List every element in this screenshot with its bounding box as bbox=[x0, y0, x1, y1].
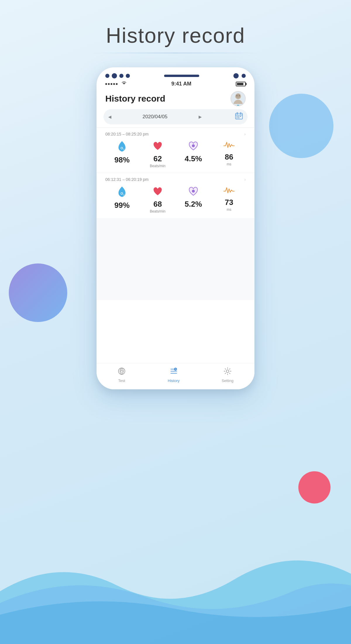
date-next-button[interactable]: ▶ bbox=[199, 114, 202, 119]
signal-dot-4 bbox=[113, 83, 115, 85]
metric-o2-1: O 2 98% bbox=[105, 141, 139, 168]
bg-decoration-bottom-right bbox=[298, 471, 331, 503]
bg-decoration-mid-left bbox=[9, 263, 67, 322]
signal-dot-3 bbox=[111, 83, 112, 85]
wave-icon-2 bbox=[223, 186, 235, 196]
battery-fill bbox=[237, 83, 243, 85]
record-header-1: 08:20:15 – 08:25:20 pm › bbox=[105, 132, 246, 136]
wave-decoration bbox=[0, 533, 351, 644]
o2-value-1: 98% bbox=[114, 155, 130, 165]
metric-wave-1: 86 ms bbox=[212, 141, 246, 168]
svg-point-2 bbox=[237, 95, 238, 96]
history-icon bbox=[170, 367, 178, 377]
signal-dot-1 bbox=[105, 83, 107, 85]
hrv-icon-1 bbox=[188, 141, 199, 153]
record-time-1: 08:20:15 – 08:25:20 pm bbox=[105, 132, 149, 136]
metric-wave-2: 73 ms bbox=[212, 186, 246, 213]
dot-4 bbox=[126, 74, 130, 78]
signal-bars bbox=[105, 83, 118, 85]
nav-item-setting[interactable]: Setting bbox=[222, 367, 233, 383]
signal-area bbox=[105, 81, 127, 87]
dot-6 bbox=[242, 74, 246, 78]
empty-content-area bbox=[97, 218, 254, 300]
svg-point-25 bbox=[226, 370, 229, 372]
title-underline bbox=[88, 53, 263, 53]
phone-dots-right bbox=[233, 73, 246, 78]
metric-hrv-1: 4.5% bbox=[177, 141, 210, 168]
o2-icon-2: O 2 bbox=[117, 186, 127, 199]
svg-text:2: 2 bbox=[123, 193, 125, 196]
signal-dot-2 bbox=[108, 83, 110, 85]
dot-5 bbox=[233, 73, 239, 78]
phone-notch-bar bbox=[97, 67, 254, 78]
dot-3 bbox=[119, 74, 123, 78]
status-time: 9:41 AM bbox=[171, 81, 191, 87]
wave-icon-1 bbox=[223, 141, 235, 151]
svg-point-3 bbox=[239, 95, 240, 96]
record-item-1[interactable]: 08:20:15 – 08:25:20 pm › O 2 98% bbox=[97, 127, 254, 173]
wave-value-1: 86 bbox=[225, 153, 233, 162]
signal-dot-5 bbox=[116, 83, 118, 85]
nav-item-history[interactable]: History bbox=[168, 367, 180, 383]
status-bar: 9:41 AM bbox=[97, 78, 254, 87]
svg-rect-10 bbox=[240, 116, 241, 117]
date-prev-button[interactable]: ◀ bbox=[108, 114, 111, 119]
svg-rect-9 bbox=[238, 116, 239, 117]
hrv-icon-2 bbox=[188, 186, 199, 198]
record-nav-arrow-2: › bbox=[244, 177, 246, 182]
o2-value-2: 99% bbox=[114, 201, 130, 210]
svg-point-15 bbox=[192, 144, 195, 147]
avatar-dropdown-arrow: ▼ bbox=[236, 103, 240, 106]
heart-unit-2: Beats/min bbox=[150, 209, 165, 213]
phone-container: 9:41 AM History record ▼ ◀ bbox=[97, 67, 254, 389]
record-item-2[interactable]: 06:12:31 – 06:20:19 pm › O 2 99% bbox=[97, 173, 254, 218]
metric-heart-1: 62 Beats/min bbox=[141, 141, 174, 168]
o2-icon-1: O 2 bbox=[117, 141, 127, 154]
wave-value-2: 73 bbox=[225, 198, 233, 207]
app-title: History record bbox=[105, 94, 165, 104]
record-header-2: 06:12:31 – 06:20:19 pm › bbox=[105, 177, 246, 182]
svg-point-1 bbox=[236, 94, 240, 98]
heart-icon-2 bbox=[152, 186, 163, 198]
date-display: 2020/04/05 bbox=[142, 114, 167, 120]
setting-label: Setting bbox=[222, 378, 233, 383]
svg-point-18 bbox=[192, 190, 195, 193]
heart-value-1: 62 bbox=[154, 154, 162, 163]
heart-icon-1 bbox=[152, 141, 163, 153]
bg-decoration-top-right bbox=[269, 94, 333, 158]
heart-unit-1: Beats/min bbox=[150, 164, 165, 168]
page-title: History record bbox=[0, 0, 351, 47]
nav-item-test[interactable]: Test bbox=[118, 367, 126, 383]
wifi-icon bbox=[121, 81, 127, 87]
test-label: Test bbox=[118, 378, 125, 383]
wave-unit-1: ms bbox=[227, 162, 231, 166]
dot-1 bbox=[105, 74, 109, 78]
svg-rect-11 bbox=[237, 117, 238, 118]
svg-text:2: 2 bbox=[123, 148, 125, 151]
hrv-value-2: 5.2% bbox=[185, 200, 202, 209]
avatar[interactable]: ▼ bbox=[230, 91, 246, 106]
phone-frame: 9:41 AM History record ▼ ◀ bbox=[97, 67, 254, 389]
calendar-icon[interactable] bbox=[235, 112, 243, 121]
record-time-2: 06:12:31 – 06:20:19 pm bbox=[105, 177, 149, 182]
record-metrics-1: O 2 98% 62 Beats/min bbox=[105, 141, 246, 168]
battery-icon bbox=[236, 82, 246, 86]
heart-value-2: 68 bbox=[154, 200, 162, 209]
hrv-value-1: 4.5% bbox=[185, 154, 202, 163]
setting-icon bbox=[223, 367, 232, 377]
svg-rect-8 bbox=[237, 116, 238, 117]
test-icon bbox=[118, 367, 126, 377]
metric-hrv-2: 5.2% bbox=[177, 186, 210, 213]
bottom-nav: Test History bbox=[97, 363, 254, 389]
record-nav-arrow-1: › bbox=[244, 132, 246, 136]
date-selector[interactable]: ◀ 2020/04/05 ▶ bbox=[104, 109, 247, 124]
wave-unit-2: ms bbox=[227, 208, 231, 212]
dot-2 bbox=[112, 73, 117, 78]
metric-o2-2: O 2 99% bbox=[105, 186, 139, 213]
svg-rect-12 bbox=[238, 117, 239, 118]
history-label: History bbox=[168, 378, 180, 383]
svg-text:O: O bbox=[121, 146, 123, 150]
record-metrics-2: O 2 99% 68 Beats/min bbox=[105, 186, 246, 213]
phone-notch bbox=[164, 75, 199, 77]
app-header: History record ▼ bbox=[97, 87, 254, 109]
